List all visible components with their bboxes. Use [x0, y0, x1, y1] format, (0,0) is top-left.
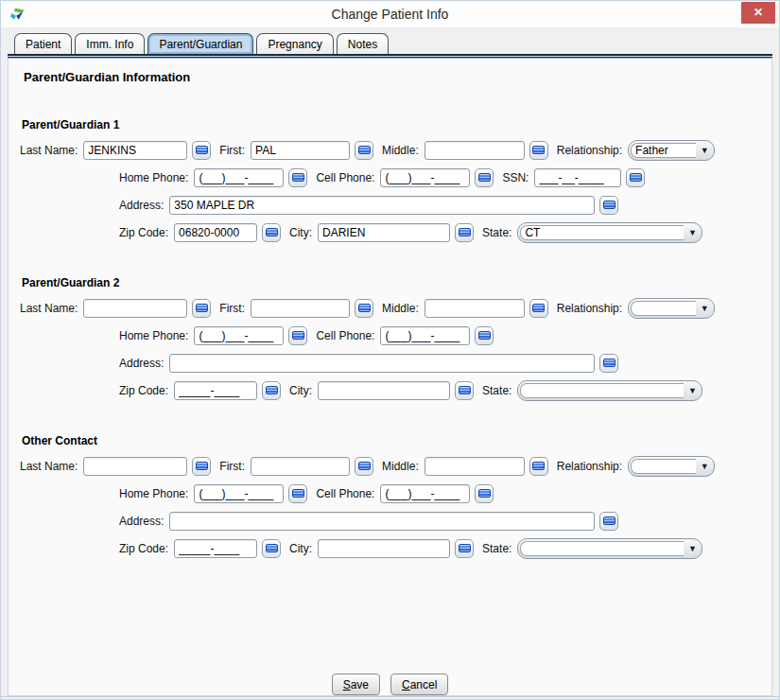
home-phone-label: Home Phone: — [119, 487, 188, 500]
keyboard-icon[interactable] — [455, 223, 474, 242]
state-label: State: — [482, 542, 511, 555]
cell-phone-input[interactable] — [380, 484, 470, 503]
last-name-input[interactable] — [83, 457, 187, 476]
home-phone-label: Home Phone: — [119, 329, 188, 342]
section-parent-guardian-2: Parent/Guardian 2 Last Name: First: Midd… — [9, 276, 771, 400]
last-name-input[interactable] — [83, 141, 187, 160]
home-phone-input[interactable] — [194, 326, 284, 345]
home-phone-input[interactable] — [194, 168, 284, 187]
keyboard-icon[interactable] — [529, 299, 548, 318]
tab-content: Parent/Guardian Information Parent/Guard… — [8, 59, 772, 696]
state-label: State: — [482, 384, 511, 397]
ssn-input[interactable] — [534, 168, 621, 187]
state-dropdown[interactable]: CT▼ — [517, 222, 702, 243]
city-label: City: — [289, 384, 312, 397]
zip-city-state-row: Zip Code: City: State: ▼ — [9, 380, 771, 400]
keyboard-icon[interactable] — [599, 512, 618, 531]
city-input[interactable] — [318, 223, 450, 242]
keyboard-icon[interactable] — [288, 326, 307, 345]
first-name-input[interactable] — [251, 141, 350, 160]
relationship-label: Relationship: — [557, 144, 622, 157]
keyboard-icon[interactable] — [262, 381, 281, 400]
zip-input[interactable] — [174, 223, 257, 242]
ssn-label: SSN: — [502, 171, 529, 184]
first-name-label: First: — [219, 460, 245, 473]
keyboard-icon[interactable] — [355, 299, 373, 318]
relationship-dropdown[interactable]: ▼ — [628, 298, 715, 319]
middle-name-input[interactable] — [425, 299, 525, 318]
city-label: City: — [289, 226, 312, 239]
keyboard-icon[interactable] — [475, 168, 494, 187]
home-phone-label: Home Phone: — [119, 171, 188, 184]
keyboard-icon[interactable] — [288, 484, 307, 503]
keyboard-icon[interactable] — [599, 196, 618, 215]
tab-notes[interactable]: Notes — [337, 33, 389, 54]
address-input[interactable] — [169, 196, 595, 215]
tab-patient[interactable]: Patient — [14, 33, 72, 54]
address-row: Address: — [9, 195, 771, 215]
keyboard-icon[interactable] — [455, 539, 474, 558]
address-label: Address: — [119, 199, 164, 212]
keyboard-icon[interactable] — [475, 484, 494, 503]
last-name-label: Last Name: — [20, 144, 78, 157]
zip-input[interactable] — [174, 539, 257, 558]
last-name-input[interactable] — [83, 299, 187, 318]
first-name-input[interactable] — [251, 457, 350, 476]
state-dropdown[interactable]: ▼ — [517, 538, 702, 559]
tab-strip: Patient Imm. Info Parent/Guardian Pregna… — [1, 27, 779, 59]
city-label: City: — [289, 542, 312, 555]
zip-city-state-row: Zip Code: City: State: CT▼ — [9, 222, 771, 242]
keyboard-icon[interactable] — [529, 141, 548, 160]
change-patient-info-dialog: Change Patient Info ✕ Patient Imm. Info … — [0, 0, 780, 700]
city-input[interactable] — [318, 539, 450, 558]
phone-row: Home Phone: Cell Phone: — [9, 325, 771, 345]
keyboard-icon[interactable] — [262, 539, 281, 558]
address-label: Address: — [119, 357, 164, 370]
keyboard-icon[interactable] — [529, 457, 548, 476]
last-name-label: Last Name: — [20, 302, 78, 315]
middle-name-label: Middle: — [382, 460, 419, 473]
keyboard-icon[interactable] — [262, 223, 281, 242]
middle-name-input[interactable] — [425, 141, 525, 160]
tab-parent-guardian[interactable]: Parent/Guardian — [147, 33, 253, 54]
cell-phone-input[interactable] — [380, 168, 470, 187]
keyboard-icon[interactable] — [455, 381, 474, 400]
save-button[interactable]: Save — [332, 674, 380, 695]
keyboard-icon[interactable] — [599, 354, 618, 373]
first-name-input[interactable] — [251, 299, 350, 318]
address-row: Address: — [9, 511, 771, 531]
tab-pregnancy[interactable]: Pregnancy — [256, 33, 333, 54]
close-button[interactable]: ✕ — [741, 2, 775, 24]
city-input[interactable] — [318, 381, 450, 400]
tab-imm-info[interactable]: Imm. Info — [75, 33, 145, 54]
keyboard-icon[interactable] — [288, 168, 307, 187]
window-bottom-strip — [1, 696, 779, 700]
keyboard-icon[interactable] — [475, 326, 494, 345]
middle-name-input[interactable] — [425, 457, 525, 476]
keyboard-icon[interactable] — [355, 141, 373, 160]
cell-phone-input[interactable] — [380, 326, 470, 345]
name-row: Last Name: First: Middle: Relationship: … — [9, 298, 771, 318]
chevron-down-icon: ▼ — [696, 462, 713, 471]
state-dropdown[interactable]: ▼ — [517, 380, 702, 401]
window-title: Change Patient Info — [1, 7, 779, 22]
keyboard-icon[interactable] — [626, 168, 645, 187]
home-phone-input[interactable] — [194, 484, 284, 503]
phone-row: Home Phone: Cell Phone: SSN: — [9, 167, 771, 187]
first-name-label: First: — [219, 144, 245, 157]
chevron-down-icon: ▼ — [684, 544, 701, 553]
zip-input[interactable] — [174, 381, 257, 400]
cancel-button[interactable]: Cancel — [390, 674, 448, 695]
address-input[interactable] — [169, 512, 595, 531]
chevron-down-icon: ▼ — [684, 386, 701, 395]
page-title: Parent/Guardian Information — [24, 70, 771, 84]
phone-row: Home Phone: Cell Phone: — [9, 483, 771, 503]
keyboard-icon[interactable] — [355, 457, 373, 476]
keyboard-icon[interactable] — [192, 299, 211, 318]
keyboard-icon[interactable] — [192, 457, 211, 476]
cell-phone-label: Cell Phone: — [316, 487, 374, 500]
relationship-dropdown[interactable]: ▼ — [628, 456, 715, 477]
keyboard-icon[interactable] — [192, 141, 211, 160]
relationship-dropdown[interactable]: Father▼ — [628, 140, 715, 161]
address-input[interactable] — [169, 354, 595, 373]
